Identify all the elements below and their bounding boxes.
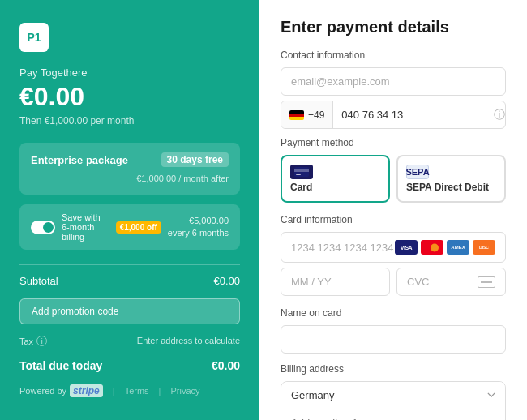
save-toggle-box[interactable]: Save with 6-month billing €1,000 off €5,… bbox=[19, 204, 240, 250]
name-on-card-label: Name on card bbox=[281, 307, 506, 319]
card-number-placeholder: 1234 1234 1234 1234 bbox=[291, 242, 394, 254]
logo-text: P1 bbox=[27, 31, 41, 44]
flag-de-icon bbox=[289, 110, 304, 120]
card-method-btn[interactable]: Card bbox=[281, 155, 390, 203]
footer-sep2: | bbox=[159, 386, 161, 396]
phone-input-row: +49 ⓘ bbox=[281, 101, 506, 129]
phone-code: +49 bbox=[308, 109, 324, 121]
save-badge: €1,000 off bbox=[116, 221, 161, 234]
total-label: Total due today bbox=[19, 359, 102, 372]
tax-info-icon: i bbox=[36, 336, 47, 346]
stripe-logo: stripe bbox=[70, 384, 103, 397]
package-box: Enterprise package 30 days free €1,000.0… bbox=[19, 143, 240, 195]
card-icon bbox=[290, 165, 313, 179]
subtotal-label: Subtotal bbox=[19, 275, 58, 287]
svg-point-4 bbox=[431, 243, 439, 251]
payment-method-label: Payment method bbox=[281, 137, 506, 148]
cvc-stripe bbox=[481, 281, 492, 283]
expiry-field[interactable]: MM / YY bbox=[281, 268, 390, 296]
toggle-thumb bbox=[43, 222, 54, 233]
subtotal-row: Subtotal €0.00 bbox=[19, 275, 240, 287]
phone-prefix[interactable]: +49 bbox=[281, 101, 333, 128]
amex-icon: AMEX bbox=[447, 240, 469, 255]
total-value: €0.00 bbox=[212, 359, 240, 372]
expiry-placeholder: MM / YY bbox=[291, 276, 332, 288]
phone-number-input[interactable] bbox=[333, 101, 486, 128]
expiry-cvc-row: MM / YY CVC bbox=[281, 268, 506, 296]
address-line1-input[interactable] bbox=[281, 409, 505, 420]
tax-label: Tax i bbox=[19, 336, 47, 346]
name-on-card-input[interactable] bbox=[281, 325, 506, 354]
sepa-label: SEPA Direct Debit bbox=[406, 182, 489, 193]
save-toggle-label: Save with 6-month billing bbox=[62, 212, 109, 242]
right-panel: Enter payment details Contact informatio… bbox=[259, 0, 527, 420]
sepa-icon: SEPA bbox=[406, 165, 429, 179]
logo-box: P1 bbox=[19, 23, 49, 52]
payment-methods: Card SEPA SEPA Direct Debit bbox=[281, 155, 506, 203]
tax-value: Enter address to calculate bbox=[137, 336, 240, 346]
privacy-link[interactable]: Privacy bbox=[170, 386, 199, 396]
email-field[interactable] bbox=[281, 67, 506, 96]
sepa-method-btn[interactable]: SEPA SEPA Direct Debit bbox=[396, 155, 506, 203]
save-right-info: €5,000.00 every 6 months bbox=[168, 215, 229, 240]
card-label: Card bbox=[290, 182, 312, 193]
tax-row: Tax i Enter address to calculate bbox=[19, 336, 240, 346]
left-footer: Powered by stripe | Terms | Privacy bbox=[19, 384, 240, 397]
contact-label: Contact information bbox=[281, 49, 506, 61]
country-select[interactable]: Germany bbox=[281, 382, 505, 409]
terms-link[interactable]: Terms bbox=[125, 386, 149, 396]
svg-rect-2 bbox=[296, 174, 301, 175]
package-price-sub: €1,000.00 / month after bbox=[136, 174, 229, 183]
price-amount: €0.00 bbox=[19, 82, 240, 112]
phone-info-icon: ⓘ bbox=[486, 101, 506, 128]
page-title: Enter payment details bbox=[281, 18, 506, 36]
pay-title: Pay Togethere bbox=[19, 66, 240, 79]
total-row: Total due today €0.00 bbox=[19, 359, 240, 372]
per-month-text: Then €1,000.00 per month bbox=[19, 115, 240, 126]
discover-icon: DISC bbox=[473, 240, 495, 255]
subtotal-value: €0.00 bbox=[213, 275, 240, 287]
svg-rect-1 bbox=[294, 169, 309, 172]
footer-sep: | bbox=[113, 386, 115, 396]
left-panel: P1 Pay Togethere €0.00 Then €1,000.00 pe… bbox=[0, 0, 259, 420]
package-row: Enterprise package 30 days free bbox=[31, 152, 229, 167]
card-info-label: Card information bbox=[281, 214, 506, 225]
promo-button[interactable]: Add promotion code bbox=[19, 298, 240, 324]
cvc-field[interactable]: CVC bbox=[396, 268, 506, 296]
billing-address-group: Germany bbox=[281, 381, 506, 420]
card-icons: VISA AMEX DISC bbox=[395, 240, 495, 255]
cvc-icon bbox=[478, 276, 495, 288]
divider bbox=[19, 264, 240, 265]
billing-toggle[interactable] bbox=[31, 221, 55, 234]
card-number-row[interactable]: 1234 1234 1234 1234 VISA AMEX DISC bbox=[281, 232, 506, 263]
powered-by-stripe: Powered by stripe bbox=[19, 384, 103, 397]
billing-label: Billing address bbox=[281, 363, 506, 375]
package-name: Enterprise package bbox=[31, 154, 128, 166]
package-trial: 30 days free bbox=[161, 152, 229, 167]
cvc-placeholder: CVC bbox=[407, 276, 429, 288]
visa-icon: VISA bbox=[395, 240, 418, 255]
powered-by-text: Powered by bbox=[19, 386, 66, 396]
mastercard-icon bbox=[421, 240, 443, 255]
